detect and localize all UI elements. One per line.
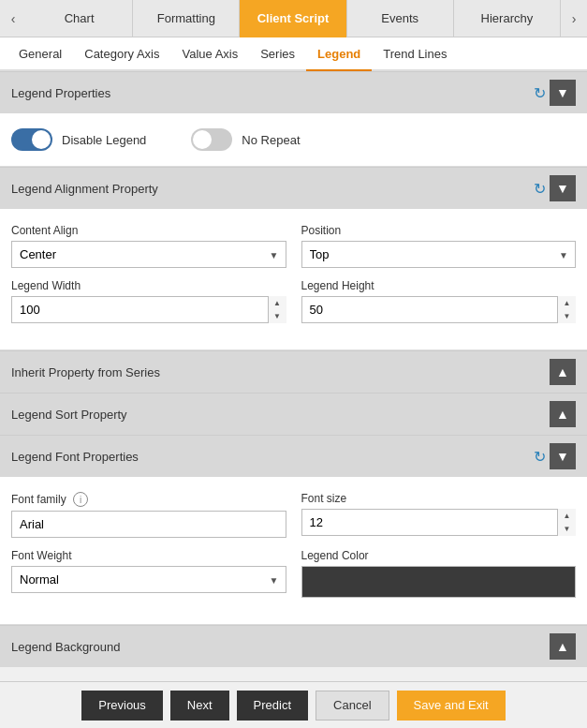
legend-alignment-collapse-btn[interactable]: ▼: [550, 175, 576, 201]
legend-background-title: Legend Background: [11, 640, 120, 654]
font-size-number-wrapper: ▲ ▼: [301, 509, 577, 536]
tab-hierarchy[interactable]: Hierarchy: [454, 0, 561, 37]
alignment-row-2: Legend Width ▲ ▼ Legend Height ▲ ▼: [11, 279, 576, 323]
tab-chart[interactable]: Chart: [26, 0, 133, 37]
next-button-label: Next: [187, 698, 213, 712]
sub-tab-legend[interactable]: Legend: [306, 37, 372, 71]
font-family-input[interactable]: [11, 511, 286, 538]
tab-formatting-label: Formatting: [157, 11, 215, 25]
font-size-label: Font size: [301, 492, 577, 505]
inherit-property-collapse-btn[interactable]: ▲: [550, 359, 576, 385]
font-row-1: Font family i Font size ▲ ▼: [11, 492, 576, 538]
disable-legend-toggle-item: Disable Legend: [11, 128, 146, 151]
legend-font-content: Font family i Font size ▲ ▼ Font Weight: [0, 477, 587, 625]
sub-tab-general[interactable]: General: [7, 37, 73, 71]
font-row-2: Font Weight Normal Bold Bolder Lighter L…: [11, 549, 576, 598]
tab-hierarchy-label: Hierarchy: [481, 11, 534, 25]
legend-color-input[interactable]: [301, 566, 577, 598]
predict-button-label: Predict: [254, 698, 291, 712]
save-exit-button-label: Save and Exit: [414, 698, 489, 712]
legend-font-title: Legend Font Properties: [11, 450, 139, 464]
legend-height-spinners: ▲ ▼: [557, 296, 576, 323]
tab-client-script[interactable]: Client Script: [240, 0, 346, 37]
cancel-button[interactable]: Cancel: [316, 691, 389, 721]
tab-events-label: Events: [381, 11, 418, 25]
legend-font-refresh-icon[interactable]: ↻: [534, 448, 546, 466]
position-group: Position Top Bottom Left Right: [301, 224, 577, 268]
chevron-left-icon: ‹: [11, 11, 16, 26]
font-family-label-text: Font family: [11, 493, 66, 506]
font-weight-group: Font Weight Normal Bold Bolder Lighter: [11, 549, 286, 598]
disable-legend-slider: [11, 128, 52, 151]
font-size-down[interactable]: ▼: [558, 523, 576, 537]
legend-properties-actions: ↻ ▼: [534, 80, 576, 106]
content-align-label: Content Align: [11, 224, 286, 237]
legend-font-collapse-btn[interactable]: ▼: [550, 443, 576, 469]
content-align-select[interactable]: Center Left Right: [11, 241, 286, 268]
font-size-input[interactable]: [301, 509, 577, 536]
tab-chart-label: Chart: [65, 11, 95, 25]
legend-width-down[interactable]: ▼: [269, 310, 286, 324]
font-family-label: Font family i: [11, 492, 286, 507]
legend-height-label: Legend Height: [301, 279, 577, 292]
legend-font-actions: ↻ ▼: [534, 443, 576, 469]
legend-height-group: Legend Height ▲ ▼: [301, 279, 577, 323]
legend-alignment-title: Legend Alignment Property: [11, 182, 158, 196]
font-weight-select[interactable]: Normal Bold Bolder Lighter: [11, 566, 286, 593]
legend-properties-content: Disable Legend No Repeat: [0, 113, 587, 167]
legend-properties-refresh-icon[interactable]: ↻: [534, 84, 546, 102]
font-weight-label: Font Weight: [11, 549, 286, 562]
disable-legend-label: Disable Legend: [62, 133, 146, 147]
content-align-select-wrapper: Center Left Right: [11, 241, 286, 268]
legend-height-input[interactable]: [301, 296, 577, 323]
tab-events[interactable]: Events: [347, 0, 454, 37]
legend-color-group: Legend Color: [301, 549, 577, 598]
sub-tab-category-axis[interactable]: Category Axis: [73, 37, 170, 71]
legend-sort-header: Legend Sort Property ▲: [0, 393, 587, 435]
legend-properties-collapse-btn[interactable]: ▼: [550, 80, 576, 106]
legend-width-input[interactable]: [11, 296, 286, 323]
main-content: Legend Properties ↻ ▼ Disable Legend No …: [0, 71, 587, 681]
legend-font-header: Legend Font Properties ↻ ▼: [0, 435, 587, 477]
nav-arrow-right[interactable]: ›: [561, 0, 587, 37]
no-repeat-toggle[interactable]: [191, 128, 232, 151]
no-repeat-slider: [191, 128, 232, 151]
legend-height-up[interactable]: ▲: [558, 296, 576, 310]
sub-tab-bar: General Category Axis Value Axis Series …: [0, 37, 587, 71]
legend-background-collapse-btn[interactable]: ▲: [550, 633, 576, 660]
legend-width-up[interactable]: ▲: [269, 296, 286, 310]
previous-button[interactable]: Previous: [81, 691, 163, 721]
legend-alignment-actions: ↻ ▼: [534, 175, 576, 201]
chevron-right-icon: ›: [572, 11, 577, 26]
next-button[interactable]: Next: [170, 691, 229, 721]
font-family-group: Font family i: [11, 492, 286, 538]
sub-tab-series[interactable]: Series: [249, 37, 306, 71]
legend-height-number-wrapper: ▲ ▼: [301, 296, 577, 323]
save-exit-button[interactable]: Save and Exit: [397, 691, 506, 721]
sub-tab-trend-lines[interactable]: Trend Lines: [372, 37, 458, 71]
sub-tab-legend-label: Legend: [317, 47, 360, 61]
legend-sort-collapse-btn[interactable]: ▲: [550, 401, 576, 427]
position-label: Position: [301, 224, 577, 237]
nav-arrow-left[interactable]: ‹: [0, 0, 26, 37]
tab-formatting[interactable]: Formatting: [133, 0, 240, 37]
legend-properties-header: Legend Properties ↻ ▼: [0, 71, 587, 113]
tab-client-script-label: Client Script: [257, 11, 330, 25]
legend-width-spinners: ▲ ▼: [268, 296, 286, 323]
bottom-bar: Previous Next Predict Cancel Save and Ex…: [0, 681, 587, 728]
font-size-up[interactable]: ▲: [558, 509, 576, 523]
position-select[interactable]: Top Bottom Left Right: [301, 241, 577, 268]
legend-sort-title: Legend Sort Property: [11, 408, 127, 422]
sub-tab-series-label: Series: [260, 47, 295, 61]
sub-tab-value-axis-label: Value Axis: [182, 47, 238, 61]
legend-alignment-refresh-icon[interactable]: ↻: [534, 180, 546, 198]
sub-tab-trend-lines-label: Trend Lines: [383, 47, 447, 61]
legend-height-down[interactable]: ▼: [558, 310, 576, 324]
sub-tab-general-label: General: [19, 47, 62, 61]
legend-width-label: Legend Width: [11, 279, 286, 292]
position-select-wrapper: Top Bottom Left Right: [301, 241, 577, 268]
sub-tab-value-axis[interactable]: Value Axis: [170, 37, 249, 71]
disable-legend-toggle[interactable]: [11, 128, 52, 151]
predict-button[interactable]: Predict: [237, 691, 308, 721]
font-family-info-icon[interactable]: i: [73, 492, 88, 507]
